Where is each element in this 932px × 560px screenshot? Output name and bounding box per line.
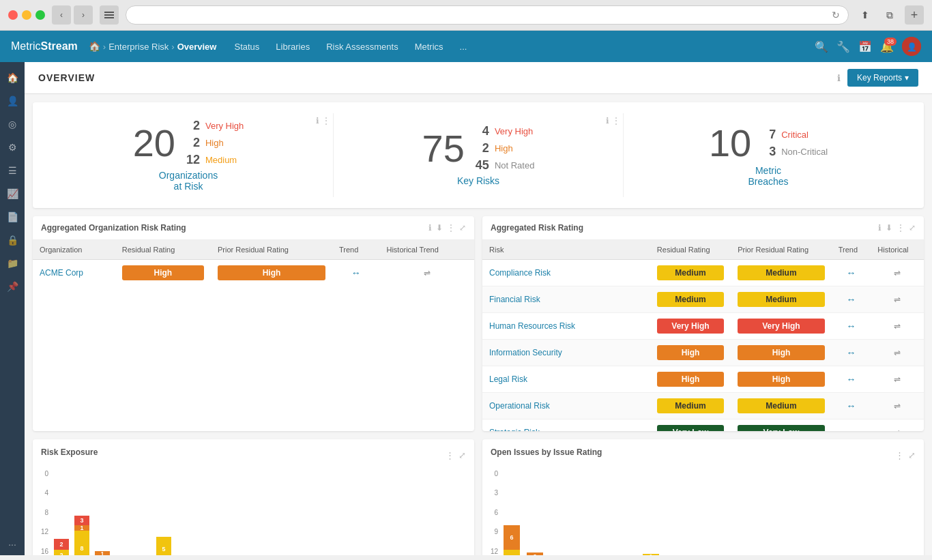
close-button[interactable] (8, 10, 18, 20)
risk-residual-badge: Medium (657, 265, 724, 280)
card1-inner: 20 2 Very High 2 High 12 Medium (133, 119, 244, 167)
table-row: Legal Risk High High ↔ ⇌ (482, 366, 924, 393)
sidebar-chart-icon[interactable]: ◎ (2, 114, 23, 134)
metrics-label: MetricBreaches (748, 165, 788, 187)
home-nav-icon[interactable]: 🏠 (89, 41, 100, 52)
org-col-organization: Organization (33, 240, 115, 260)
open-issues-y-axis: 15 12 9 6 3 0 (491, 468, 498, 555)
forward-button[interactable]: › (74, 5, 93, 25)
search-icon[interactable]: 🔍 (815, 40, 828, 53)
risk-name-cell[interactable]: Compliance Risk (482, 260, 650, 286)
sidebar-home-icon[interactable]: 🏠 (2, 68, 23, 88)
oi-bar-stack-2: 4 2 (527, 552, 543, 555)
org-residual-badge: High (122, 265, 204, 280)
tables-grid: Aggregated Organization Risk Rating ℹ ⬇ … (25, 216, 932, 439)
nav-more[interactable]: ... (453, 39, 474, 55)
sidebar-doc-icon[interactable]: 📄 (2, 207, 23, 227)
card1-info-icon[interactable]: ℹ (316, 116, 319, 126)
breadcrumb-enterprise[interactable]: Enterprise Risk (108, 42, 169, 52)
new-tab-button[interactable]: + (905, 5, 924, 25)
risk-exposure-header: Risk Exposure ⋮ ⤢ (41, 447, 466, 462)
risk-residual-badge: Medium (657, 398, 724, 413)
agg-risk-panel: Aggregated Risk Rating ℹ ⬇ ⋮ ⤢ Risk Resi… (482, 216, 924, 431)
y-label-4: 4 (41, 490, 48, 497)
org-medium-count: 12 (184, 153, 200, 167)
card1-more-icon[interactable]: ⋮ (322, 116, 330, 126)
svg-rect-2 (104, 17, 114, 18)
nav-libraries[interactable]: Libraries (269, 39, 317, 55)
avatar[interactable]: 👤 (902, 37, 921, 56)
agg-risk-table-scroll[interactable]: Risk Residual Rating Prior Residual Rati… (482, 240, 924, 431)
nav-breadcrumb: 🏠 › Enterprise Risk › Overview (89, 41, 217, 52)
risk-exposure-more-icon[interactable]: ⋮ (446, 450, 454, 460)
open-issues-header: Open Issues by Issue Rating ⋮ ⤢ (491, 447, 916, 462)
sidebar-list-icon[interactable]: ☰ (2, 160, 23, 181)
nav-risk-assessments[interactable]: Risk Assessments (319, 39, 405, 55)
org-name-cell[interactable]: ACME Corp (33, 260, 115, 286)
sidebar-user-icon[interactable]: 👤 (2, 91, 23, 111)
risk-prior-badge: Very High (738, 319, 825, 334)
agg-col-prior: Prior Residual Rating (731, 240, 832, 260)
org-risk-panel-header: Aggregated Organization Risk Rating ℹ ⬇ … (33, 216, 474, 240)
url-bar[interactable]: ↻ (126, 5, 849, 25)
open-issues-expand-icon[interactable]: ⤢ (908, 450, 916, 460)
oi-bar-group-2: 4 2 (527, 552, 543, 555)
org-medium-item: 12 Medium (184, 153, 244, 167)
agg-table-header-row: Risk Residual Rating Prior Residual Rati… (482, 240, 924, 260)
table-row: Human Resources Risk Very High Very High… (482, 313, 924, 340)
header-info-icon[interactable]: ℹ (837, 73, 841, 83)
risk-name-cell[interactable]: Strategic Risk (482, 419, 650, 432)
risk-name-cell[interactable]: Legal Risk (482, 366, 650, 393)
card2-more-icon[interactable]: ⋮ (612, 116, 620, 126)
risk-prior-badge: Medium (738, 398, 825, 413)
bar-seg: 2 (54, 539, 69, 550)
risk-prior-cell: Medium (731, 286, 832, 313)
risk-name-cell[interactable]: Operational Risk (482, 393, 650, 419)
risk-trend-cell: ↔ (832, 419, 871, 432)
risk-name-cell[interactable]: Financial Risk (482, 286, 650, 313)
sidebar-lock-icon[interactable]: 🔒 (2, 230, 23, 250)
agg-risk-expand-icon[interactable]: ⤢ (909, 223, 916, 233)
notifications-icon[interactable]: 🔔38 (880, 40, 894, 53)
sidebar-more-icon[interactable]: ··· (8, 539, 16, 550)
sidebar-gear-icon[interactable]: ⚙ (2, 137, 23, 158)
share-icon[interactable]: ⬆ (856, 5, 875, 25)
risk-name-cell[interactable]: Information Security (482, 340, 650, 366)
risk-very-high-count: 4 (473, 124, 489, 138)
maximize-button[interactable] (35, 10, 45, 20)
sidebar-folder-icon[interactable]: 📁 (2, 253, 23, 274)
bar-seg: 6 (504, 550, 520, 555)
org-risk-info-icon[interactable]: ℹ (428, 223, 432, 233)
tools-icon[interactable]: 🔧 (836, 40, 850, 53)
reload-icon[interactable]: ↻ (832, 10, 840, 20)
risk-high-label: High (495, 143, 513, 153)
org-risk-download-icon[interactable]: ⬇ (436, 223, 443, 233)
minimize-button[interactable] (22, 10, 31, 20)
org-risk-panel-title: Aggregated Organization Risk Rating (41, 223, 186, 233)
y-label-12: 12 (41, 529, 48, 535)
agg-col-risk: Risk (482, 240, 650, 260)
sidebar-pin-icon[interactable]: 📌 (2, 276, 23, 297)
table-row: Information Security High High ↔ ⇌ (482, 340, 924, 366)
calendar-icon[interactable]: 📅 (858, 40, 872, 53)
nav-metrics[interactable]: Metrics (408, 39, 450, 55)
risk-exposure-expand-icon[interactable]: ⤢ (458, 450, 466, 460)
agg-risk-download-icon[interactable]: ⬇ (886, 223, 892, 233)
agg-risk-info-icon[interactable]: ℹ (878, 223, 882, 233)
sidebar-toggle-button[interactable] (100, 5, 119, 25)
risk-name-cell[interactable]: Human Resources Risk (482, 313, 650, 340)
nav-status[interactable]: Status (227, 39, 266, 55)
back-button[interactable]: ‹ (52, 5, 71, 25)
key-reports-button[interactable]: Key Reports ▾ (847, 69, 918, 87)
agg-risk-more-icon[interactable]: ⋮ (897, 223, 905, 233)
org-risk-expand-icon[interactable]: ⤢ (459, 223, 466, 233)
open-issues-panel: Open Issues by Issue Rating ⋮ ⤢ 15 12 9 … (482, 439, 924, 555)
sidebar-graph-icon[interactable]: 📈 (2, 183, 23, 204)
copy-icon[interactable]: ⧉ (880, 5, 899, 25)
org-risk-more-icon[interactable]: ⋮ (447, 223, 455, 233)
org-residual-cell: High (115, 260, 211, 286)
risk-exposure-chart-area: 2 2 2 8 1 3 (51, 482, 174, 555)
open-issues-more-icon[interactable]: ⋮ (895, 450, 904, 460)
traffic-lights (8, 10, 45, 20)
card2-info-icon[interactable]: ℹ (606, 116, 609, 126)
